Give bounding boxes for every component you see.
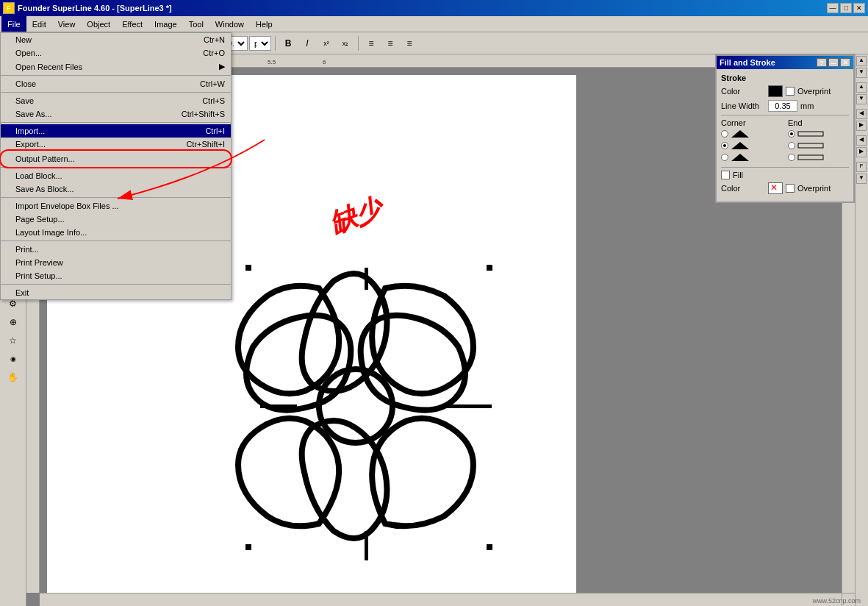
menu-new-label: New	[15, 35, 32, 44]
line-width-row: Line Width mm	[721, 100, 849, 112]
menu-print-setup[interactable]: Print Setup...	[1, 269, 231, 282]
menu-import-envelope[interactable]: Import Envelope Box Files ...	[1, 199, 231, 213]
toolbar-sep-3	[358, 36, 359, 51]
fill-color-box[interactable]	[768, 182, 783, 194]
menu-save[interactable]: Save Ctrl+S	[1, 94, 231, 107]
fill-stroke-panel: Fill and Stroke ? — ✕ Stroke Color Overp…	[715, 54, 855, 203]
menu-object[interactable]: Object	[81, 16, 116, 32]
fill-overprint-label: Overprint	[797, 184, 831, 193]
svg-rect-3	[487, 544, 492, 550]
menu-page-setup[interactable]: Page Setup...	[1, 213, 231, 226]
right-tool-2[interactable]: ▼	[856, 68, 867, 78]
bold-button[interactable]: B	[279, 35, 297, 51]
fill-section-row: Fill	[721, 171, 849, 179]
menu-effect[interactable]: Effect	[116, 16, 148, 32]
align-right-button[interactable]: ≡	[401, 35, 418, 51]
menu-export[interactable]: Export... Ctr+Shift+I	[1, 138, 231, 151]
menu-import[interactable]: Import... Ctrl+I	[1, 124, 231, 138]
right-tool-5[interactable]: ◀	[856, 109, 867, 119]
end-label: End	[788, 118, 849, 127]
svg-text:缺少: 缺少	[326, 191, 389, 239]
line-width-input[interactable]	[768, 100, 797, 112]
menu-print-preview[interactable]: Print Preview	[1, 256, 231, 269]
line-width-unit: mm	[800, 101, 814, 110]
end-radio-btn-1[interactable]	[788, 130, 795, 138]
tool-hand[interactable]: ✋	[3, 368, 24, 386]
menu-exit-label: Exit	[15, 288, 29, 297]
end-radio-btn-3[interactable]	[788, 154, 795, 161]
italic-button[interactable]: I	[298, 35, 316, 51]
menu-tool[interactable]: Tool	[183, 16, 209, 32]
right-tool-4[interactable]: ▼	[856, 94, 867, 104]
end-shape-1	[797, 129, 825, 139]
menu-import-shortcut: Ctrl+I	[205, 126, 225, 135]
corner-radio-btn-1[interactable]	[721, 130, 728, 138]
menu-import-envelope-label: Import Envelope Box Files ...	[15, 202, 119, 210]
align-left-button[interactable]: ≡	[362, 35, 380, 51]
menu-window[interactable]: Window	[209, 16, 250, 32]
fill-checkbox[interactable]	[721, 171, 730, 179]
menu-load-block-label: Load Block...	[15, 171, 62, 180]
line-width-label: Line Width	[721, 101, 765, 110]
corner-col: Corner	[721, 118, 782, 164]
close-button[interactable]: ✕	[853, 3, 865, 13]
title-bar-buttons: — □ ✕	[827, 3, 865, 13]
menu-save-as[interactable]: Save As... Ctrl+Shift+S	[1, 107, 231, 121]
maximize-button[interactable]: □	[840, 3, 852, 13]
tool-eye[interactable]: ◉	[3, 350, 24, 368]
menu-view[interactable]: View	[52, 16, 82, 32]
tool-special[interactable]: ☆	[3, 332, 24, 349]
corner-radio-btn-3[interactable]	[721, 154, 728, 161]
menu-open-recent[interactable]: Open Recent Files ▶	[1, 60, 231, 74]
sep-4	[1, 167, 231, 168]
menu-layout-image-label: Layout Image Info...	[15, 228, 87, 237]
menu-new[interactable]: New Ctr+N	[1, 33, 231, 46]
menu-load-block[interactable]: Load Block...	[1, 169, 231, 182]
fill-color-row: Color Overprint	[721, 182, 849, 194]
window-title: Founder SuperLine 4.60 - [SuperLine3 *]	[18, 4, 172, 13]
tool-crosshair[interactable]: ⊕	[3, 313, 24, 331]
stroke-overprint-checkbox[interactable]	[786, 87, 795, 96]
menu-layout-image[interactable]: Layout Image Info...	[1, 226, 231, 239]
align-center-button[interactable]: ≡	[381, 35, 399, 51]
right-tool-7[interactable]: ◀	[856, 135, 867, 146]
corner-radio-btn-2[interactable]	[721, 142, 728, 149]
fill-overprint-checkbox[interactable]	[786, 184, 795, 193]
fill-label: Fill	[733, 171, 777, 179]
menu-output-pattern[interactable]: Output Pattern...	[1, 152, 231, 165]
svg-point-8	[319, 369, 392, 443]
right-tool-10[interactable]: ▼	[856, 174, 867, 184]
panel-divider-1	[721, 115, 849, 115]
right-tool-8[interactable]: ▶	[856, 147, 867, 157]
svg-marker-10	[731, 130, 749, 138]
horizontal-scrollbar[interactable]	[40, 593, 842, 606]
minimize-button[interactable]: —	[827, 3, 839, 13]
corner-radio-1	[721, 129, 782, 139]
panel-help-button[interactable]: ?	[817, 58, 827, 67]
end-radio-btn-2[interactable]	[788, 142, 795, 149]
panel-close-button[interactable]: ✕	[840, 58, 850, 67]
menu-open[interactable]: Open... Ctr+O	[1, 46, 231, 60]
font-unit-select[interactable]: pt	[249, 36, 271, 51]
right-tool-9[interactable]: F	[856, 162, 867, 172]
menu-save-as-block[interactable]: Save As Block...	[1, 182, 231, 196]
fill-color-label: Color	[721, 184, 765, 193]
panel-minimize-button[interactable]: —	[828, 58, 839, 67]
svg-rect-15	[798, 155, 823, 160]
menu-edit[interactable]: Edit	[26, 16, 52, 32]
sep-1	[1, 75, 231, 76]
right-tool-1[interactable]: ▲	[856, 56, 867, 66]
menu-help[interactable]: Help	[250, 16, 279, 32]
subscript-button[interactable]: x₂	[337, 35, 354, 51]
menu-close[interactable]: Close Ctrl+W	[1, 77, 231, 90]
svg-marker-12	[731, 154, 749, 161]
menu-exit[interactable]: Exit	[1, 286, 231, 299]
menu-print-preview-label: Print Preview	[15, 258, 63, 267]
right-tool-6[interactable]: ▶	[856, 121, 867, 131]
menu-image[interactable]: Image	[148, 16, 183, 32]
right-tool-3[interactable]: ▲	[856, 82, 867, 93]
stroke-color-box[interactable]	[768, 85, 783, 97]
superscript-button[interactable]: x²	[318, 35, 335, 51]
menu-print[interactable]: Print...	[1, 243, 231, 256]
menu-file[interactable]: File	[1, 16, 26, 32]
